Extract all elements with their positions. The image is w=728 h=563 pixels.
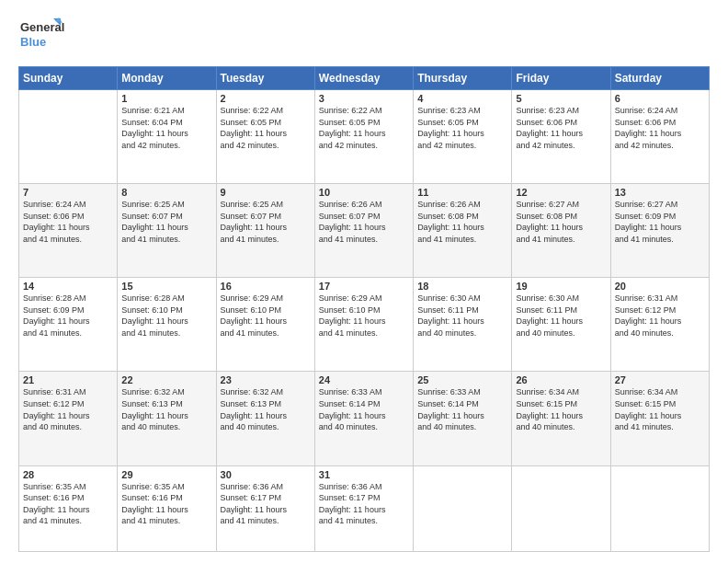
day-number: 12 — [516, 187, 606, 198]
calendar-week-4: 21Sunrise: 6:31 AM Sunset: 6:12 PM Dayli… — [19, 372, 710, 465]
day-info: Sunrise: 6:23 AM Sunset: 6:05 PM Dayligh… — [417, 105, 507, 151]
table-row: 1Sunrise: 6:21 AM Sunset: 6:04 PM Daylig… — [118, 90, 216, 184]
day-number: 26 — [516, 374, 606, 385]
table-row — [610, 465, 709, 551]
day-number: 14 — [23, 281, 113, 292]
day-number: 15 — [121, 281, 211, 292]
table-row: 26Sunrise: 6:34 AM Sunset: 6:15 PM Dayli… — [512, 372, 610, 465]
day-number: 8 — [121, 187, 211, 198]
day-number: 7 — [23, 187, 113, 198]
day-info: Sunrise: 6:29 AM Sunset: 6:10 PM Dayligh… — [319, 293, 409, 339]
day-number: 25 — [417, 374, 507, 385]
day-number: 24 — [319, 374, 409, 385]
table-row: 24Sunrise: 6:33 AM Sunset: 6:14 PM Dayli… — [314, 372, 413, 465]
svg-text:Blue: Blue — [20, 35, 46, 49]
table-row: 9Sunrise: 6:25 AM Sunset: 6:07 PM Daylig… — [216, 184, 314, 278]
table-row: 19Sunrise: 6:30 AM Sunset: 6:11 PM Dayli… — [512, 278, 610, 372]
table-row: 6Sunrise: 6:24 AM Sunset: 6:06 PM Daylig… — [610, 90, 709, 184]
table-row: 28Sunrise: 6:35 AM Sunset: 6:16 PM Dayli… — [19, 465, 118, 551]
day-number: 10 — [319, 187, 409, 198]
table-row: 17Sunrise: 6:29 AM Sunset: 6:10 PM Dayli… — [314, 278, 413, 372]
table-row — [414, 465, 512, 551]
table-row: 13Sunrise: 6:27 AM Sunset: 6:09 PM Dayli… — [610, 184, 709, 278]
day-info: Sunrise: 6:34 AM Sunset: 6:15 PM Dayligh… — [516, 386, 606, 432]
day-info: Sunrise: 6:33 AM Sunset: 6:14 PM Dayligh… — [319, 386, 409, 432]
day-number: 18 — [417, 281, 507, 292]
day-number: 29 — [121, 469, 211, 480]
day-info: Sunrise: 6:24 AM Sunset: 6:06 PM Dayligh… — [23, 199, 113, 245]
col-saturday: Saturday — [610, 67, 709, 90]
day-info: Sunrise: 6:23 AM Sunset: 6:06 PM Dayligh… — [516, 105, 606, 151]
page: General Blue Sunday Monday Tuesday Wedne… — [0, 0, 728, 563]
table-row: 2Sunrise: 6:22 AM Sunset: 6:05 PM Daylig… — [216, 90, 314, 184]
day-info: Sunrise: 6:21 AM Sunset: 6:04 PM Dayligh… — [121, 105, 211, 151]
day-number: 2 — [221, 93, 311, 104]
day-number: 5 — [516, 93, 606, 104]
day-info: Sunrise: 6:31 AM Sunset: 6:12 PM Dayligh… — [615, 293, 705, 339]
table-row: 15Sunrise: 6:28 AM Sunset: 6:10 PM Dayli… — [118, 278, 216, 372]
table-row: 3Sunrise: 6:22 AM Sunset: 6:05 PM Daylig… — [314, 90, 413, 184]
day-info: Sunrise: 6:36 AM Sunset: 6:17 PM Dayligh… — [319, 481, 409, 527]
day-info: Sunrise: 6:27 AM Sunset: 6:08 PM Dayligh… — [516, 199, 606, 245]
day-number: 22 — [121, 374, 211, 385]
table-row — [512, 465, 610, 551]
day-info: Sunrise: 6:30 AM Sunset: 6:11 PM Dayligh… — [516, 293, 606, 339]
day-number: 23 — [221, 374, 311, 385]
day-number: 30 — [221, 469, 311, 480]
table-row: 23Sunrise: 6:32 AM Sunset: 6:13 PM Dayli… — [216, 372, 314, 465]
day-info: Sunrise: 6:28 AM Sunset: 6:09 PM Dayligh… — [23, 293, 113, 339]
day-info: Sunrise: 6:24 AM Sunset: 6:06 PM Dayligh… — [615, 105, 705, 151]
table-row: 10Sunrise: 6:26 AM Sunset: 6:07 PM Dayli… — [314, 184, 413, 278]
day-info: Sunrise: 6:25 AM Sunset: 6:07 PM Dayligh… — [221, 199, 311, 245]
table-row: 29Sunrise: 6:35 AM Sunset: 6:16 PM Dayli… — [118, 465, 216, 551]
table-row: 5Sunrise: 6:23 AM Sunset: 6:06 PM Daylig… — [512, 90, 610, 184]
day-info: Sunrise: 6:35 AM Sunset: 6:16 PM Dayligh… — [23, 481, 113, 527]
table-row: 30Sunrise: 6:36 AM Sunset: 6:17 PM Dayli… — [216, 465, 314, 551]
day-number: 31 — [319, 469, 409, 480]
table-row: 22Sunrise: 6:32 AM Sunset: 6:13 PM Dayli… — [118, 372, 216, 465]
col-thursday: Thursday — [414, 67, 512, 90]
day-info: Sunrise: 6:31 AM Sunset: 6:12 PM Dayligh… — [23, 386, 113, 432]
calendar-header-row: Sunday Monday Tuesday Wednesday Thursday… — [19, 67, 710, 90]
day-info: Sunrise: 6:35 AM Sunset: 6:16 PM Dayligh… — [121, 481, 211, 527]
day-info: Sunrise: 6:28 AM Sunset: 6:10 PM Dayligh… — [121, 293, 211, 339]
col-monday: Monday — [118, 67, 216, 90]
day-info: Sunrise: 6:30 AM Sunset: 6:11 PM Dayligh… — [417, 293, 507, 339]
day-info: Sunrise: 6:32 AM Sunset: 6:13 PM Dayligh… — [121, 386, 211, 432]
table-row: 8Sunrise: 6:25 AM Sunset: 6:07 PM Daylig… — [118, 184, 216, 278]
table-row: 4Sunrise: 6:23 AM Sunset: 6:05 PM Daylig… — [414, 90, 512, 184]
day-number: 1 — [121, 93, 211, 104]
day-number: 16 — [221, 281, 311, 292]
day-info: Sunrise: 6:26 AM Sunset: 6:07 PM Dayligh… — [319, 199, 409, 245]
col-wednesday: Wednesday — [314, 67, 413, 90]
day-info: Sunrise: 6:26 AM Sunset: 6:08 PM Dayligh… — [417, 199, 507, 245]
day-info: Sunrise: 6:36 AM Sunset: 6:17 PM Dayligh… — [221, 481, 311, 527]
day-info: Sunrise: 6:22 AM Sunset: 6:05 PM Dayligh… — [319, 105, 409, 151]
calendar-week-2: 7Sunrise: 6:24 AM Sunset: 6:06 PM Daylig… — [19, 184, 710, 278]
table-row: 21Sunrise: 6:31 AM Sunset: 6:12 PM Dayli… — [19, 372, 118, 465]
day-info: Sunrise: 6:27 AM Sunset: 6:09 PM Dayligh… — [615, 199, 705, 245]
table-row: 7Sunrise: 6:24 AM Sunset: 6:06 PM Daylig… — [19, 184, 118, 278]
table-row: 14Sunrise: 6:28 AM Sunset: 6:09 PM Dayli… — [19, 278, 118, 372]
day-number: 11 — [417, 187, 507, 198]
table-row: 12Sunrise: 6:27 AM Sunset: 6:08 PM Dayli… — [512, 184, 610, 278]
day-number: 21 — [23, 374, 113, 385]
day-number: 27 — [615, 374, 705, 385]
col-tuesday: Tuesday — [216, 67, 314, 90]
table-row: 27Sunrise: 6:34 AM Sunset: 6:15 PM Dayli… — [610, 372, 709, 465]
day-number: 17 — [319, 281, 409, 292]
table-row: 20Sunrise: 6:31 AM Sunset: 6:12 PM Dayli… — [610, 278, 709, 372]
day-info: Sunrise: 6:25 AM Sunset: 6:07 PM Dayligh… — [121, 199, 211, 245]
day-number: 19 — [516, 281, 606, 292]
day-number: 28 — [23, 469, 113, 480]
col-sunday: Sunday — [19, 67, 118, 90]
table-row: 11Sunrise: 6:26 AM Sunset: 6:08 PM Dayli… — [414, 184, 512, 278]
calendar-week-1: 1Sunrise: 6:21 AM Sunset: 6:04 PM Daylig… — [19, 90, 710, 184]
day-info: Sunrise: 6:32 AM Sunset: 6:13 PM Dayligh… — [221, 386, 311, 432]
table-row: 31Sunrise: 6:36 AM Sunset: 6:17 PM Dayli… — [314, 465, 413, 551]
day-number: 9 — [221, 187, 311, 198]
logo: General Blue — [18, 17, 64, 57]
calendar-week-5: 28Sunrise: 6:35 AM Sunset: 6:16 PM Dayli… — [19, 465, 710, 551]
day-number: 6 — [615, 93, 705, 104]
table-row — [19, 90, 118, 184]
